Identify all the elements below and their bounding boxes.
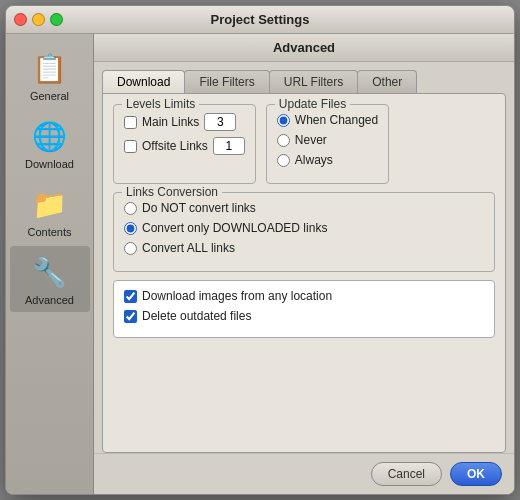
window-title: Project Settings	[211, 12, 310, 27]
tab-file-filters[interactable]: File Filters	[184, 70, 269, 93]
convert-downloaded-row: Convert only DOWNLOADED links	[124, 221, 484, 235]
main-content: Advanced Download File Filters URL Filte…	[94, 34, 514, 494]
always-radio[interactable]	[277, 154, 290, 167]
main-links-checkbox[interactable]	[124, 116, 137, 129]
tab-download[interactable]: Download	[102, 70, 185, 93]
offsite-links-row: Offsite Links	[124, 137, 245, 155]
advanced-icon: 🔧	[30, 252, 70, 292]
convert-all-label: Convert ALL links	[142, 241, 235, 255]
delete-outdated-checkbox[interactable]	[124, 310, 137, 323]
tabs-row: Download File Filters URL Filters Other	[94, 62, 514, 93]
maximize-button[interactable]	[50, 13, 63, 26]
never-row: Never	[277, 133, 378, 147]
main-links-row: Main Links	[124, 113, 245, 131]
sidebar-label-general: General	[30, 90, 69, 102]
download-images-checkbox[interactable]	[124, 290, 137, 303]
section-header: Advanced	[94, 34, 514, 62]
when-changed-radio[interactable]	[277, 114, 290, 127]
sidebar-label-contents: Contents	[27, 226, 71, 238]
delete-outdated-label: Delete outdated files	[142, 309, 251, 323]
offsite-links-label: Offsite Links	[142, 139, 208, 153]
download-images-row: Download images from any location	[124, 289, 484, 303]
levels-limits-group: Levels Limits Main Links Offsite Links	[113, 104, 256, 184]
convert-all-radio[interactable]	[124, 242, 137, 255]
cancel-button[interactable]: Cancel	[371, 462, 442, 486]
general-icon: 📋	[30, 48, 70, 88]
when-changed-label: When Changed	[295, 113, 378, 127]
contents-icon: 📁	[30, 184, 70, 224]
sidebar-item-download[interactable]: 🌐 Download	[10, 110, 90, 176]
download-images-label: Download images from any location	[142, 289, 332, 303]
never-label: Never	[295, 133, 327, 147]
tab-content: Levels Limits Main Links Offsite Links	[102, 93, 506, 453]
footer: Cancel OK	[94, 453, 514, 494]
links-conversion-group: Links Conversion Do NOT convert links Co…	[113, 192, 495, 272]
sidebar-label-download: Download	[25, 158, 74, 170]
do-not-convert-row: Do NOT convert links	[124, 201, 484, 215]
do-not-convert-radio[interactable]	[124, 202, 137, 215]
window-body: 📋 General 🌐 Download 📁 Contents 🔧 Advanc…	[6, 34, 514, 494]
update-files-label: Update Files	[275, 97, 350, 111]
offsite-links-checkbox[interactable]	[124, 140, 137, 153]
project-settings-window: Project Settings 📋 General 🌐 Download 📁 …	[5, 5, 515, 495]
sidebar: 📋 General 🌐 Download 📁 Contents 🔧 Advanc…	[6, 34, 94, 494]
top-row: Levels Limits Main Links Offsite Links	[113, 104, 495, 192]
delete-outdated-row: Delete outdated files	[124, 309, 484, 323]
levels-limits-label: Levels Limits	[122, 97, 199, 111]
update-files-group: Update Files When Changed Never Always	[266, 104, 389, 184]
sidebar-item-advanced[interactable]: 🔧 Advanced	[10, 246, 90, 312]
never-radio[interactable]	[277, 134, 290, 147]
sidebar-item-contents[interactable]: 📁 Contents	[10, 178, 90, 244]
convert-all-row: Convert ALL links	[124, 241, 484, 255]
ok-button[interactable]: OK	[450, 462, 502, 486]
sidebar-item-general[interactable]: 📋 General	[10, 42, 90, 108]
always-row: Always	[277, 153, 378, 167]
minimize-button[interactable]	[32, 13, 45, 26]
title-bar: Project Settings	[6, 6, 514, 34]
convert-downloaded-radio[interactable]	[124, 222, 137, 235]
always-label: Always	[295, 153, 333, 167]
links-conversion-label: Links Conversion	[122, 185, 222, 199]
close-button[interactable]	[14, 13, 27, 26]
convert-downloaded-label: Convert only DOWNLOADED links	[142, 221, 327, 235]
download-icon: 🌐	[30, 116, 70, 156]
sidebar-label-advanced: Advanced	[25, 294, 74, 306]
main-links-value[interactable]	[204, 113, 236, 131]
offsite-links-value[interactable]	[213, 137, 245, 155]
do-not-convert-label: Do NOT convert links	[142, 201, 256, 215]
when-changed-row: When Changed	[277, 113, 378, 127]
window-controls	[14, 13, 63, 26]
bottom-checks-group: Download images from any location Delete…	[113, 280, 495, 338]
tab-url-filters[interactable]: URL Filters	[269, 70, 359, 93]
tab-other[interactable]: Other	[357, 70, 417, 93]
main-links-label: Main Links	[142, 115, 199, 129]
